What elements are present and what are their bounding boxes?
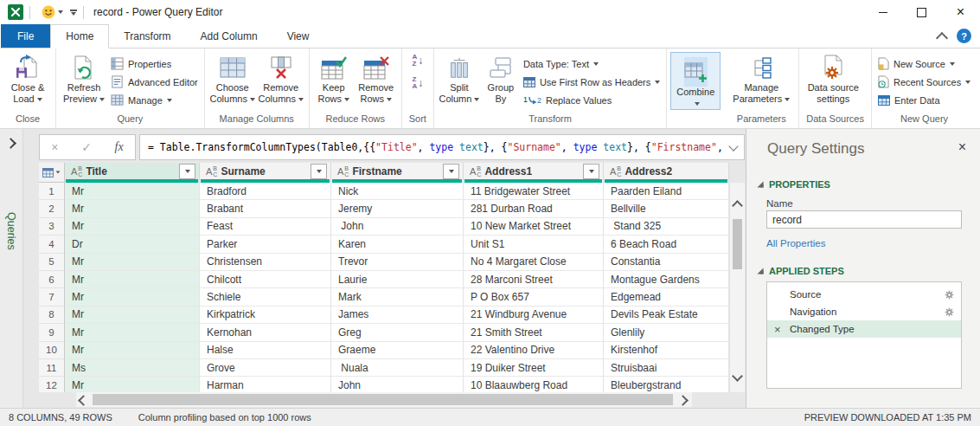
cell-address1[interactable]: 11 Bridgewater Street	[464, 183, 604, 200]
manage-button[interactable]: Manage	[108, 91, 201, 109]
properties-section-header[interactable]: PROPERTIES	[757, 179, 830, 190]
cell-title[interactable]: Mr	[65, 254, 200, 271]
query-name-input[interactable]	[766, 210, 962, 229]
cell-title[interactable]: Mr	[65, 324, 200, 341]
step-source[interactable]: Source	[767, 286, 961, 303]
column-header-address1[interactable]: ABC Address1	[464, 163, 604, 183]
cell-firstname[interactable]: Jeremy	[331, 200, 464, 217]
close-button[interactable]: ×	[941, 0, 980, 24]
cell-firstname[interactable]: Nuala	[331, 359, 464, 377]
refresh-preview-button[interactable]: Refresh Preview	[60, 50, 108, 105]
cell-title[interactable]: Ms	[65, 359, 200, 377]
filter-button[interactable]	[179, 164, 195, 179]
cell-address1[interactable]: 10 New Market Street	[464, 218, 604, 236]
cell-title[interactable]: Mr	[65, 288, 200, 306]
cell-address1[interactable]: 19 Duiker Street	[464, 359, 604, 377]
step-settings-gear-icon[interactable]	[945, 290, 954, 300]
row-number[interactable]: 6	[39, 271, 65, 288]
group-by-button[interactable]: Group By	[481, 50, 521, 105]
close-panel-button[interactable]: ×	[958, 139, 966, 155]
scroll-up-icon[interactable]	[732, 200, 743, 211]
formula-input[interactable]: = Table.TransformColumnTypes(Table0,{{"T…	[139, 134, 745, 160]
cell-address2[interactable]: Paarden Eiland	[604, 183, 729, 200]
use-first-row-as-headers-button[interactable]: Use First Row as Headers	[521, 73, 663, 91]
step-changed-type[interactable]: × Changed Type	[767, 320, 961, 338]
cell-address2[interactable]: Kirstenhof	[604, 342, 729, 359]
horizontal-scroll-thumb[interactable]	[93, 394, 673, 405]
choose-columns-button[interactable]: Choose Columns	[208, 50, 257, 105]
column-profiling-status[interactable]: Column profiling based on top 1000 rows	[138, 412, 311, 423]
select-all-button[interactable]	[39, 163, 65, 183]
new-source-button[interactable]: New Source	[875, 55, 973, 73]
cell-address2[interactable]: Devils Peak Estate	[604, 307, 729, 324]
cell-firstname[interactable]: Nick	[331, 183, 464, 200]
filter-button[interactable]	[583, 164, 599, 179]
filter-button[interactable]	[311, 164, 327, 179]
advanced-editor-button[interactable]: Advanced Editor	[108, 73, 201, 91]
smiley-feedback-button[interactable]	[42, 5, 63, 19]
cell-title[interactable]: Mr	[65, 307, 200, 324]
minimize-button[interactable]	[863, 0, 902, 24]
cell-address2[interactable]: Constantia	[604, 254, 729, 271]
keep-rows-button[interactable]: Keep Rows	[313, 50, 355, 105]
cell-surname[interactable]: Schiele	[200, 288, 331, 306]
cell-firstname[interactable]: Mark	[331, 288, 464, 306]
row-number[interactable]: 2	[39, 200, 65, 217]
cell-firstname[interactable]: John	[331, 218, 464, 236]
cell-address1[interactable]: Unit S1	[464, 236, 604, 253]
scroll-down-icon[interactable]	[732, 371, 743, 382]
properties-button[interactable]: Properties	[108, 55, 201, 73]
cell-firstname[interactable]: Karen	[331, 236, 464, 253]
column-header-firstname[interactable]: ABC Firstname	[331, 163, 464, 183]
cell-title[interactable]: Mr	[65, 183, 200, 200]
column-header-title[interactable]: ABC Title	[65, 163, 200, 183]
step-settings-gear-icon[interactable]	[945, 307, 954, 317]
replace-values-button[interactable]: 1 2 Replace Values	[521, 91, 663, 109]
tab-home[interactable]: Home	[50, 24, 109, 48]
cell-address2[interactable]: Stand 325	[604, 218, 729, 236]
cell-surname[interactable]: Grove	[200, 359, 331, 377]
cell-firstname[interactable]: Trevor	[331, 254, 464, 271]
row-number[interactable]: 1	[39, 183, 65, 200]
recent-sources-button[interactable]: Recent Sources	[875, 73, 973, 91]
combine-button[interactable]: Combine	[670, 52, 721, 110]
row-number[interactable]: 8	[39, 307, 65, 324]
close-and-load-button[interactable]: Close & Load	[3, 50, 52, 105]
row-number[interactable]: 12	[39, 377, 65, 392]
cell-firstname[interactable]: Laurie	[331, 271, 464, 288]
cell-firstname[interactable]: James	[331, 307, 464, 324]
cell-surname[interactable]: Brabant	[200, 200, 331, 217]
sort-ascending-button[interactable]: AZ ↓	[412, 54, 423, 68]
horizontal-scrollbar[interactable]	[76, 392, 692, 407]
cell-surname[interactable]: Chilcott	[200, 271, 331, 288]
cell-address1[interactable]: P O Box 657	[464, 288, 604, 306]
cell-title[interactable]: Mr	[65, 342, 200, 359]
data-type-button[interactable]: Data Type: Text	[521, 55, 663, 73]
cell-address2[interactable]: Struisbaai	[604, 359, 729, 377]
cell-surname[interactable]: Kirkpatrick	[200, 307, 331, 324]
cell-address1[interactable]: 10 Blaauwberg Road	[464, 377, 604, 392]
cell-address1[interactable]: 281 Durban Road	[464, 200, 604, 217]
tab-add-column[interactable]: Add Column	[186, 24, 272, 48]
cell-title[interactable]: Mr	[65, 200, 200, 217]
formula-cancel-button[interactable]: ×	[51, 140, 58, 154]
cell-address1[interactable]: 28 Marconi Street	[464, 271, 604, 288]
row-number[interactable]: 11	[39, 359, 65, 377]
help-button[interactable]: ?	[957, 29, 971, 43]
tab-file[interactable]: File	[1, 24, 50, 48]
cell-surname[interactable]: Kernohan	[200, 324, 331, 341]
row-number[interactable]: 10	[39, 342, 65, 359]
cell-surname[interactable]: Feast	[200, 218, 331, 236]
row-number[interactable]: 5	[39, 254, 65, 271]
applied-steps-section-header[interactable]: APPLIED STEPS	[757, 266, 844, 276]
data-source-settings-button[interactable]: Data source settings	[803, 50, 863, 105]
cell-title[interactable]: Mr	[65, 218, 200, 236]
formula-accept-button[interactable]: ✓	[81, 140, 92, 154]
cell-address2[interactable]: Montague Gardens	[604, 271, 729, 288]
vertical-scroll-thumb[interactable]	[733, 219, 742, 269]
remove-columns-button[interactable]: Remove Columns	[257, 50, 305, 105]
cell-title[interactable]: Dr	[65, 236, 200, 253]
cell-address1[interactable]: 21 Smith Street	[464, 324, 604, 341]
cell-firstname[interactable]: Graeme	[331, 342, 464, 359]
quick-access-toolbar-button[interactable]	[70, 10, 77, 16]
